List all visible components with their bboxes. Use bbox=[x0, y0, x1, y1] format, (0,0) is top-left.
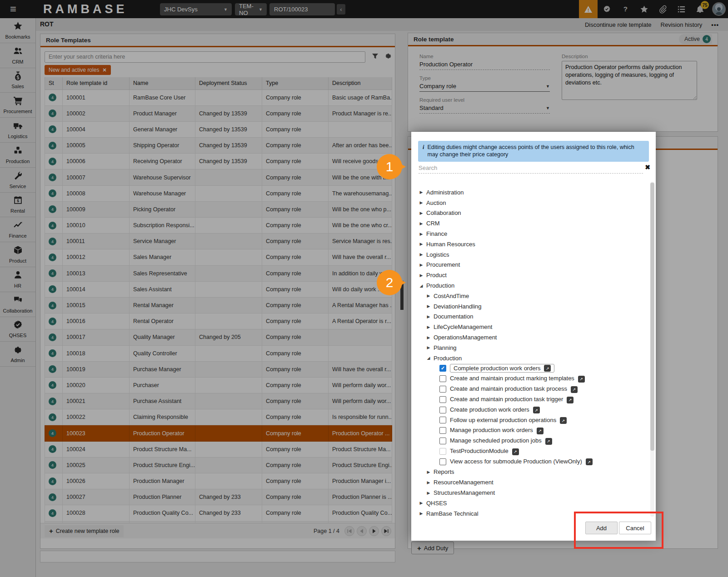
duty-checkbox[interactable] bbox=[439, 396, 446, 403]
duty-label: View access for submodule Production (Vi… bbox=[450, 458, 582, 465]
duty-label: Create and maintain production task trig… bbox=[450, 396, 563, 403]
annotation-number: 2 bbox=[377, 270, 402, 295]
scrollbar-thumb[interactable] bbox=[650, 183, 654, 451]
tree-expand-icon[interactable]: ▶ bbox=[419, 263, 424, 267]
tree-expand-icon[interactable]: ▶ bbox=[419, 200, 424, 205]
duty-checkbox[interactable] bbox=[439, 427, 446, 434]
duty-item[interactable]: Create and maintain production task trig… bbox=[411, 394, 648, 405]
open-duty-external-link-icon[interactable]: ↗ bbox=[571, 386, 578, 393]
duty-label: TestProductionModule bbox=[450, 448, 509, 454]
tree-expand-icon[interactable]: ▶ bbox=[426, 470, 431, 474]
duty-checkbox[interactable] bbox=[439, 375, 446, 382]
tree-expand-icon[interactable]: ▶ bbox=[419, 273, 424, 278]
tree-node-lifecyclemanagement[interactable]: ▶LifeCycleManagement bbox=[411, 322, 648, 332]
tree-node-label: StructuresManagement bbox=[434, 489, 495, 496]
tree-node-documentation[interactable]: ▶Documentation bbox=[411, 312, 648, 322]
tree-node-reports[interactable]: ▶Reports bbox=[411, 467, 648, 478]
tree-node-production[interactable]: ◢Production bbox=[411, 280, 648, 291]
tree-node-label: Administration bbox=[426, 189, 464, 196]
tree-expand-icon[interactable]: ▶ bbox=[419, 211, 424, 215]
tree-node-label: Collaboration bbox=[426, 209, 461, 216]
open-duty-external-link-icon[interactable]: ↗ bbox=[545, 438, 552, 445]
tree-collapse-icon[interactable]: ◢ bbox=[419, 284, 424, 288]
tree-node-label: ResourceManagement bbox=[434, 479, 494, 486]
duty-checkbox[interactable] bbox=[439, 386, 446, 393]
tree-node-planning[interactable]: ▶Planning bbox=[411, 343, 648, 353]
tree-node-human-resources[interactable]: ▶Human Resources bbox=[411, 239, 648, 249]
open-duty-external-link-icon[interactable]: ↗ bbox=[586, 458, 593, 465]
duty-item[interactable]: Follow up external production operations… bbox=[411, 415, 648, 426]
duty-checkbox[interactable] bbox=[439, 417, 446, 423]
open-duty-external-link-icon[interactable]: ↗ bbox=[567, 397, 573, 403]
tree-expand-icon[interactable]: ▶ bbox=[419, 232, 424, 236]
duty-checkbox[interactable] bbox=[439, 458, 446, 465]
tree-node-finance[interactable]: ▶Finance bbox=[411, 229, 648, 239]
duty-label: Create and maintain product marking temp… bbox=[450, 375, 574, 382]
duty-checkbox[interactable] bbox=[439, 448, 446, 455]
tree-expand-icon[interactable]: ▶ bbox=[426, 304, 431, 308]
tree-node-administration[interactable]: ▶Administration bbox=[411, 187, 648, 198]
duty-checkbox-checked[interactable]: ✓ bbox=[439, 365, 446, 372]
tree-node-product[interactable]: ▶Product bbox=[411, 270, 648, 280]
open-duty-external-link-icon[interactable]: ↗ bbox=[544, 365, 551, 372]
duty-item[interactable]: Manage production work orders↗ bbox=[411, 425, 648, 436]
tree-expand-icon[interactable]: ▶ bbox=[426, 293, 431, 298]
tree-node-label: CostAndTime bbox=[434, 293, 469, 299]
duty-item[interactable]: TestProductionModule↗ bbox=[411, 446, 648, 457]
tree-node-label: Production bbox=[434, 355, 462, 362]
duty-item[interactable]: Create production work orders↗ bbox=[411, 405, 648, 415]
tree-node-collaboration[interactable]: ▶Collaboration bbox=[411, 208, 648, 219]
duty-label: Manage scheduled production jobs bbox=[450, 437, 542, 444]
tree-node-production[interactable]: ◢Production bbox=[411, 353, 648, 363]
rambase-app: ≡ RAMBASE JHC DevSys ▼ TEM-NO ▼ ROT/1000… bbox=[0, 0, 728, 577]
open-duty-external-link-icon[interactable]: ↗ bbox=[512, 448, 519, 455]
duty-label: Complete production work orders bbox=[454, 365, 540, 372]
duty-checkbox[interactable] bbox=[439, 407, 446, 413]
tree-expand-icon[interactable]: ▶ bbox=[426, 314, 431, 319]
open-duty-external-link-icon[interactable]: ↗ bbox=[537, 428, 544, 434]
tree-expand-icon[interactable]: ▶ bbox=[419, 221, 424, 226]
duty-item[interactable]: Create and maintain production task proc… bbox=[411, 384, 648, 394]
tree-node-operationsmanagement[interactable]: ▶OperationsManagement bbox=[411, 332, 648, 343]
tree-expand-icon[interactable]: ▶ bbox=[426, 345, 431, 350]
info-icon: i bbox=[423, 144, 424, 159]
tree-collapse-icon[interactable]: ◢ bbox=[426, 356, 431, 360]
duties-search-input[interactable]: Search bbox=[419, 164, 643, 174]
tree-node-structuresmanagement[interactable]: ▶StructuresManagement bbox=[411, 487, 648, 498]
open-duty-external-link-icon[interactable]: ↗ bbox=[578, 376, 585, 383]
duty-checkbox[interactable] bbox=[439, 438, 446, 444]
modal-scrollbar[interactable] bbox=[650, 182, 654, 517]
tree-node-deviationhandling[interactable]: ▶DeviationHandling bbox=[411, 301, 648, 312]
tree-expand-icon[interactable]: ▶ bbox=[426, 480, 431, 485]
annotation-number: 1 bbox=[377, 154, 402, 179]
tree-expand-icon[interactable]: ▶ bbox=[426, 335, 431, 340]
duty-item[interactable]: ✓Complete production work orders↗ bbox=[411, 363, 648, 374]
edit-duties-modal: i Editing duties might change access poi… bbox=[411, 132, 656, 541]
open-duty-external-link-icon[interactable]: ↗ bbox=[560, 417, 567, 424]
duty-item[interactable]: Create and maintain product marking temp… bbox=[411, 373, 648, 384]
tree-node-label: Finance bbox=[426, 230, 447, 237]
duty-item[interactable]: Manage scheduled production jobs↗ bbox=[411, 436, 648, 446]
tree-node-auction[interactable]: ▶Auction bbox=[411, 198, 648, 208]
tree-node-qhses[interactable]: ▶QHSES bbox=[411, 498, 648, 508]
open-duty-external-link-icon[interactable]: ↗ bbox=[533, 407, 540, 413]
annotation-balloon-2: 2 bbox=[377, 270, 403, 295]
tree-node-procurement[interactable]: ▶Procurement bbox=[411, 260, 648, 270]
tree-node-label: RamBase Technical bbox=[426, 510, 479, 517]
tree-node-crm[interactable]: ▶CRM bbox=[411, 218, 648, 229]
tree-expand-icon[interactable]: ▶ bbox=[419, 511, 424, 516]
info-banner-text: Editing duties might change access point… bbox=[427, 144, 644, 159]
tree-expand-icon[interactable]: ▶ bbox=[419, 501, 424, 505]
tree-expand-icon[interactable]: ▶ bbox=[419, 252, 424, 257]
tree-node-label: Planning bbox=[434, 344, 457, 351]
tree-node-costandtime[interactable]: ▶CostAndTime bbox=[411, 291, 648, 301]
tree-expand-icon[interactable]: ▶ bbox=[419, 242, 424, 246]
tree-expand-icon[interactable]: ▶ bbox=[426, 491, 431, 495]
clear-search-icon[interactable]: ✖ bbox=[645, 164, 650, 171]
tree-expand-icon[interactable]: ▶ bbox=[419, 190, 424, 194]
tree-node-resourcemanagement[interactable]: ▶ResourceManagement bbox=[411, 477, 648, 487]
duties-tree: ▶Administration▶Auction▶Collaboration▶CR… bbox=[411, 187, 648, 519]
duty-item[interactable]: View access for submodule Production (Vi… bbox=[411, 457, 648, 467]
tree-expand-icon[interactable]: ▶ bbox=[426, 325, 431, 329]
tree-node-logistics[interactable]: ▶Logistics bbox=[411, 249, 648, 260]
